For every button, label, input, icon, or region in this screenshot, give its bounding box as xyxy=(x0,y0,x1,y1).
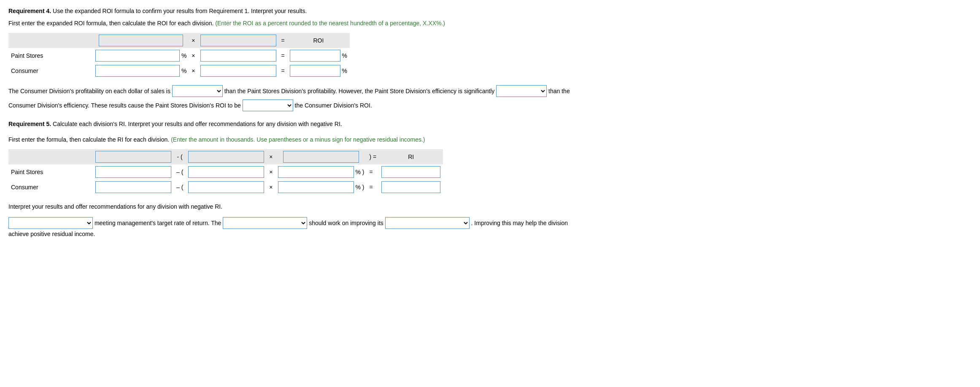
ri-header-label: RI xyxy=(379,149,443,164)
roi-header-input2[interactable] xyxy=(200,35,276,46)
ri-consumer-input1[interactable] xyxy=(95,181,171,193)
req4-dropdown2[interactable]: higher lower xyxy=(496,85,547,97)
ri-consumer-multiply: × xyxy=(267,180,275,195)
roi-paint-stores-multiply: × xyxy=(189,48,197,63)
req4-dropdown1[interactable]: higher lower xyxy=(172,85,223,97)
req4-interpret-section: The Consumer Division's profitability on… xyxy=(8,85,972,111)
req5-title-rest: Calculate each division's RI. Interpret … xyxy=(51,121,342,127)
ri-consumer-input2[interactable] xyxy=(188,181,264,193)
req5-title: Requirement 5. Calculate each division's… xyxy=(8,120,972,129)
req4-line1-mid: than the Paint Stores Division's profita… xyxy=(224,88,496,94)
req4-line2-start: Consumer Division's efficiency. These re… xyxy=(8,102,243,109)
roi-header-row: × = ROI xyxy=(8,33,350,48)
req4-dropdown3[interactable]: higher than lower than equal to xyxy=(243,99,293,111)
roi-paint-stores-input3[interactable] xyxy=(290,50,340,62)
req5-instruction-start: First enter the formula, then calculate … xyxy=(8,136,171,143)
ri-header-paren-equals: ) = xyxy=(367,149,379,164)
roi-consumer-equals: = xyxy=(279,63,287,78)
ri-paint-stores-multiply: × xyxy=(267,164,275,180)
req5-bottom-line1: Paint Stores Consumer Both divisions are… xyxy=(8,217,972,229)
req5-period-text: . Improving this may help the division xyxy=(471,220,568,226)
roi-paint-stores-label: Paint Stores xyxy=(8,48,93,63)
req5-title-bold: Requirement 5. xyxy=(8,121,51,127)
roi-paint-stores-equals: = xyxy=(279,48,287,63)
roi-header-label: ROI xyxy=(287,33,350,48)
req4-title-rest: Use the expanded ROI formula to confirm … xyxy=(51,8,307,14)
ri-paint-stores-row: Paint Stores – ( × % ) = xyxy=(8,164,443,180)
roi-consumer-row: Consumer % × = % xyxy=(8,63,350,78)
ri-header-minus-paren: - ( xyxy=(174,149,186,164)
req5-dropdown2[interactable]: Paint Stores Consumer xyxy=(223,217,307,229)
req5-bottom-line2: achieve positive residual income. xyxy=(8,229,972,239)
req4-title-bold: Requirement 4. xyxy=(8,8,51,14)
ri-consumer-label: Consumer xyxy=(8,180,93,195)
roi-consumer-input2[interactable] xyxy=(200,65,276,77)
ri-paint-stores-input4[interactable] xyxy=(381,166,440,178)
ri-paint-stores-input3[interactable] xyxy=(278,166,354,178)
roi-paint-stores-row: Paint Stores % × = % xyxy=(8,48,350,63)
roi-paint-stores-input1[interactable] xyxy=(95,50,180,62)
req4-instruction-green: (Enter the ROI as a percent rounded to t… xyxy=(215,20,445,27)
roi-header-equals: = xyxy=(279,33,287,48)
req4-title: Requirement 4. Use the expanded ROI form… xyxy=(8,7,972,16)
ri-header-input3[interactable] xyxy=(283,151,359,163)
roi-header-multiply: × xyxy=(189,33,197,48)
req4-instruction-start: First enter the expanded ROI formula, th… xyxy=(8,20,215,27)
req4-line1-end: than the xyxy=(548,88,570,94)
ri-consumer-input3[interactable] xyxy=(278,181,354,193)
roi-formula-table: × = ROI Paint Stores % × = % xyxy=(8,33,350,78)
req5-meeting-text: meeting management's target rate of retu… xyxy=(94,220,223,226)
ri-formula-table: - ( × ) = RI Paint Stores – ( × xyxy=(8,149,443,195)
ri-paint-stores-input1[interactable] xyxy=(95,166,171,178)
roi-consumer-multiply: × xyxy=(189,63,197,78)
ri-header-multiply: × xyxy=(267,149,275,164)
ri-consumer-minus-paren: – ( xyxy=(174,180,186,195)
roi-consumer-input3[interactable] xyxy=(290,65,340,77)
ri-header-row: - ( × ) = RI xyxy=(8,149,443,164)
req5-interpret-label: Interpret your results and offer recomme… xyxy=(8,202,972,212)
roi-consumer-input1[interactable] xyxy=(95,65,180,77)
req5-dropdown3[interactable]: profit margin asset turnover ROI total a… xyxy=(385,217,470,229)
req5-bottom-section: Paint Stores Consumer Both divisions are… xyxy=(8,217,972,239)
req4-instruction: First enter the expanded ROI formula, th… xyxy=(8,19,972,28)
req5-should-text: should work on improving its xyxy=(309,220,385,226)
req5-instruction: First enter the formula, then calculate … xyxy=(8,135,972,144)
req4-interpret-line1: The Consumer Division's profitability on… xyxy=(8,85,972,97)
roi-header-input1[interactable] xyxy=(99,35,183,46)
req5-dropdown1[interactable]: Paint Stores Consumer Both divisions are… xyxy=(8,217,93,229)
req4-interpret-line2: Consumer Division's efficiency. These re… xyxy=(8,99,972,111)
roi-consumer-label: Consumer xyxy=(8,63,93,78)
ri-paint-stores-label: Paint Stores xyxy=(8,164,93,180)
ri-paint-stores-minus-paren: – ( xyxy=(174,164,186,180)
req4-line1-start: The Consumer Division's profitability on… xyxy=(8,88,172,94)
roi-paint-stores-input2[interactable] xyxy=(200,50,276,62)
ri-consumer-row: Consumer – ( × % ) = xyxy=(8,180,443,195)
ri-header-input2[interactable] xyxy=(188,151,264,163)
req5-instruction-green: (Enter the amount in thousands. Use pare… xyxy=(171,136,425,143)
ri-consumer-input4[interactable] xyxy=(381,181,440,193)
ri-paint-stores-equals: = xyxy=(367,164,379,180)
req4-line2-end: the Consumer Division's ROI. xyxy=(295,102,372,109)
ri-paint-stores-input2[interactable] xyxy=(188,166,264,178)
ri-header-input1[interactable] xyxy=(95,151,171,163)
ri-consumer-equals: = xyxy=(367,180,379,195)
